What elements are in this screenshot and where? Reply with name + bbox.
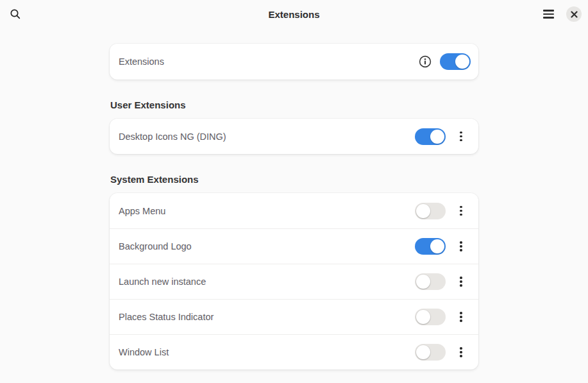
global-toggle-label: Extensions	[119, 56, 417, 67]
extension-toggle[interactable]	[415, 344, 446, 361]
close-icon	[571, 11, 578, 18]
close-button[interactable]	[566, 6, 582, 22]
info-button[interactable]	[417, 53, 433, 70]
extensions-section: User Extensions Desktop Icons NG (DING)	[110, 99, 478, 154]
row-menu-button[interactable]	[451, 127, 471, 146]
kebab-menu-icon	[460, 241, 462, 251]
extension-toggle[interactable]	[415, 128, 446, 145]
global-toggle-card: Extensions	[110, 44, 478, 80]
extensions-page: Extensions User Extensions Desktop Icons…	[110, 28, 478, 370]
extensions-card: Apps Menu Background Logo Launch new ins…	[110, 193, 478, 370]
toggle-knob	[430, 130, 444, 144]
toggle-knob	[416, 310, 430, 324]
extension-name-label: Background Logo	[119, 241, 415, 251]
extension-row: Launch new instance	[110, 264, 478, 299]
extensions-section: System Extensions Apps Menu Background L…	[110, 174, 478, 370]
extension-row: Window List	[110, 334, 478, 370]
toggle-knob	[416, 345, 430, 359]
kebab-menu-icon	[460, 312, 462, 322]
window-title: Extensions	[0, 0, 588, 28]
kebab-menu-icon	[460, 277, 462, 287]
kebab-menu-icon	[460, 132, 462, 142]
search-icon	[10, 8, 21, 20]
extension-toggle[interactable]	[415, 273, 446, 290]
extension-name-label: Desktop Icons NG (DING)	[119, 132, 415, 142]
extensions-card: Desktop Icons NG (DING)	[110, 119, 478, 154]
header-bar: Extensions	[0, 0, 588, 28]
extension-name-label: Window List	[119, 347, 415, 357]
extension-row: Background Logo	[110, 228, 478, 264]
global-toggle-row: Extensions	[110, 44, 478, 80]
row-menu-button[interactable]	[451, 237, 471, 256]
row-menu-button[interactable]	[451, 272, 471, 291]
extension-row: Apps Menu	[110, 193, 478, 228]
primary-menu-button[interactable]	[539, 5, 557, 23]
toggle-knob	[416, 204, 430, 218]
toggle-knob	[455, 55, 469, 69]
toggle-knob	[430, 239, 444, 253]
kebab-menu-icon	[460, 347, 462, 357]
sections-container: User Extensions Desktop Icons NG (DING) …	[110, 99, 478, 370]
extension-name-label: Launch new instance	[119, 277, 415, 287]
extension-toggle[interactable]	[415, 203, 446, 219]
extension-name-label: Places Status Indicator	[119, 312, 415, 322]
global-extensions-toggle[interactable]	[440, 53, 471, 70]
search-button[interactable]	[6, 5, 24, 23]
toggle-knob	[416, 275, 430, 289]
row-menu-button[interactable]	[451, 343, 471, 362]
hamburger-menu-icon	[543, 10, 554, 18]
extension-toggle[interactable]	[415, 238, 446, 255]
row-menu-button[interactable]	[451, 307, 471, 327]
row-menu-button[interactable]	[451, 201, 471, 221]
extension-row: Places Status Indicator	[110, 299, 478, 334]
extension-name-label: Apps Menu	[119, 206, 415, 216]
section-title: System Extensions	[110, 174, 478, 185]
extension-toggle[interactable]	[415, 309, 446, 325]
info-icon	[419, 55, 432, 68]
kebab-menu-icon	[460, 206, 462, 216]
extension-row: Desktop Icons NG (DING)	[110, 119, 478, 154]
section-title: User Extensions	[110, 99, 478, 110]
